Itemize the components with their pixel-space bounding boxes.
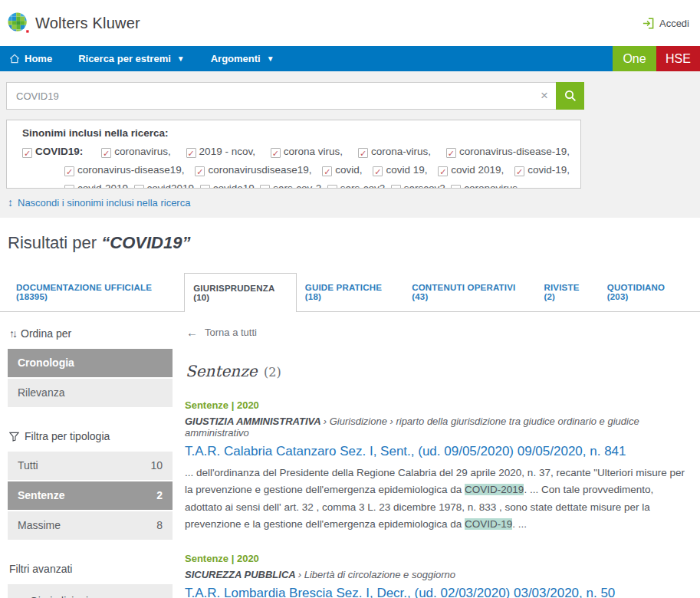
synonym-item[interactable]: ✓sarscov2, — [391, 179, 449, 189]
snippet-text: . ... — [512, 518, 527, 530]
synonym-item[interactable]: ✓coronavirus-disease-19, — [446, 143, 570, 161]
synonym-item[interactable]: ✓sars-cov2, — [327, 179, 388, 189]
back-to-all-link[interactable]: ← Torna a tutti — [186, 326, 692, 339]
sort-option-cronologia[interactable]: Cronologia — [8, 349, 173, 377]
advanced-filter-groups: ∧Giurisdizioni — [8, 584, 173, 598]
checkbox-checked-icon[interactable]: ✓ — [271, 148, 281, 158]
result-title-link[interactable]: T.A.R. Lombardia Brescia Sez. I, Decr., … — [185, 586, 692, 598]
synonym-item[interactable]: ✓covid-19, — [514, 161, 570, 179]
synonym-item[interactable]: ✓corona virus, — [271, 143, 343, 161]
synonym-item[interactable]: ✓covide19, — [200, 179, 258, 189]
synonym-label: sars-cov-2, — [273, 182, 324, 189]
synonym-item[interactable]: ✓covid2019, — [134, 179, 197, 189]
result-topic: SICUREZZA PUBBLICA › Libertà di circolaz… — [185, 569, 692, 580]
checkbox-checked-icon[interactable]: ✓ — [391, 185, 401, 189]
synonyms-panel: Sinonimi inclusi nella ricerca: ✓COVID19… — [6, 120, 581, 189]
synonym-label: coronovirus — [464, 182, 518, 189]
checkbox-checked-icon[interactable]: ✓ — [327, 185, 337, 189]
tab-contenuti-operativi-43[interactable]: CONTENUTI OPERATIVI (43) — [403, 273, 535, 311]
synonym-label: covid-2019, — [77, 182, 131, 189]
sidebar: ↑↓ Ordina per CronologiaRilevanza Filtra… — [8, 323, 173, 598]
checkbox-checked-icon[interactable]: ✓ — [438, 166, 448, 176]
tab-quotidiano-203[interactable]: QUOTIDIANO (203) — [599, 273, 692, 311]
checkbox-checked-icon[interactable]: ✓ — [451, 185, 461, 189]
synonym-item[interactable]: ✓covid 19, — [373, 161, 427, 179]
filter-funnel-icon — [9, 432, 19, 442]
result-snippet: ... dell'ordinanza del Presidente della … — [185, 465, 692, 534]
product-switch: OneHSE — [613, 46, 700, 71]
wolters-kluwer-logo: Wolters Kluwer — [8, 12, 140, 34]
checkbox-checked-icon[interactable]: ✓ — [64, 185, 74, 189]
brand-name: Wolters Kluwer — [35, 15, 140, 32]
side-row-label: Sentenze — [18, 481, 64, 510]
checkbox-checked-icon[interactable]: ✓ — [64, 166, 74, 176]
highlighted-term: COVID-19 — [465, 518, 512, 530]
sort-option-rilevanza[interactable]: Rilevanza — [8, 379, 173, 407]
side-row-count: 8 — [156, 511, 163, 540]
filter-option-sentenze[interactable]: Sentenze2 — [8, 481, 173, 510]
collapse-icon: ↕ — [8, 196, 13, 209]
nav-item-argomenti[interactable]: Argomenti ▼ — [211, 53, 274, 64]
tab-documentazione-ufficiale-18395[interactable]: DOCUMENTAZIONE UFFICIALE (18395) — [8, 273, 184, 311]
checkbox-checked-icon[interactable]: ✓ — [373, 166, 383, 176]
sort-icon: ↑↓ — [9, 327, 15, 340]
nav-label-ricerca: Ricerca per estremi — [78, 53, 171, 64]
side-row-label: Rilevanza — [18, 379, 64, 407]
synonym-item[interactable]: ✓covid, — [322, 161, 362, 179]
synonyms-list: ✓COVID19: ✓coronavirus, ✓2019 - ncov, ✓c… — [22, 143, 570, 189]
checkbox-checked-icon[interactable]: ✓ — [446, 148, 456, 158]
product-button-one[interactable]: One — [613, 46, 656, 71]
checkbox-checked-icon[interactable]: ✓ — [200, 185, 210, 189]
advanced-filters-title: Filtri avanzati — [9, 563, 173, 575]
results-heading-query: “COVID19” — [101, 233, 190, 252]
login-link[interactable]: Accedi — [642, 17, 689, 30]
result-topic: GIUSTIZIA AMMINISTRATIVA › Giurisdizione… — [185, 416, 692, 439]
side-row-label: Massime — [18, 511, 61, 540]
tab-riviste-2[interactable]: RIVISTE (2) — [535, 273, 598, 311]
clear-search-icon[interactable]: × — [541, 88, 548, 104]
nav-item-ricerca-per-estremi[interactable]: Ricerca per estremi ▼ — [78, 53, 185, 64]
checkbox-checked-icon[interactable]: ✓ — [101, 148, 111, 158]
synonym-item[interactable]: ✓corona-virus, — [358, 143, 431, 161]
nav-item-home[interactable]: Home — [9, 53, 52, 64]
checkbox-checked-icon[interactable]: ✓ — [186, 148, 196, 158]
synonyms-title: Sinonimi inclusi nella ricerca: — [22, 127, 570, 140]
tab-guide-pratiche-18[interactable]: GUIDE PRATICHE (18) — [297, 273, 403, 311]
advanced-group-giurisdizioni[interactable]: ∧Giurisdizioni — [8, 584, 173, 598]
checkbox-checked-icon[interactable]: ✓ — [22, 148, 32, 158]
filter-section-header: Filtra per tipologia — [9, 430, 173, 442]
checkbox-checked-icon[interactable]: ✓ — [358, 148, 368, 158]
checkbox-checked-icon[interactable]: ✓ — [134, 185, 144, 189]
advanced-group-label: Giurisdizioni — [30, 595, 88, 598]
checkbox-checked-icon[interactable]: ✓ — [514, 166, 524, 176]
toggle-synonyms-link[interactable]: ↕ Nascondi i sinonimi inclusi nella rice… — [8, 196, 700, 209]
synonym-item[interactable]: ✓coronavirus, — [101, 143, 171, 161]
result-meta: Sentenze | 2020 — [185, 399, 692, 411]
checkbox-checked-icon[interactable]: ✓ — [195, 166, 205, 176]
tab-giurisprudenza-10[interactable]: GIURISPRUDENZA (10) — [184, 273, 297, 312]
synonym-item[interactable]: ✓covid 2019, — [438, 161, 504, 179]
synonym-label: corona-virus, — [371, 146, 431, 157]
filter-option-tutti[interactable]: Tutti10 — [8, 452, 173, 480]
synonym-item[interactable]: ✓coronavirus-disease19, — [64, 161, 185, 179]
search-input[interactable] — [6, 82, 556, 110]
synonym-item[interactable]: ✓coronavirusdisease19, — [195, 161, 311, 179]
synonym-item[interactable]: ✓covid-2019, — [64, 179, 131, 189]
result-item: Sentenze | 2020GIUSTIZIA AMMINISTRATIVA … — [185, 399, 692, 534]
highlighted-term: COVID-2019 — [465, 484, 524, 495]
synonym-item[interactable]: ✓coronovirus — [451, 179, 518, 189]
synonym-label: covid, — [335, 164, 362, 176]
synonym-key-item[interactable]: ✓COVID19: — [22, 143, 83, 161]
checkbox-checked-icon[interactable]: ✓ — [260, 185, 270, 189]
synonym-item[interactable]: ✓sars-cov-2, — [260, 179, 324, 189]
main-nav: Home Ricerca per estremi ▼ Argomenti ▼ O… — [0, 46, 700, 71]
nav-label-home: Home — [25, 53, 52, 64]
side-row-label: Tutti — [18, 452, 38, 480]
filter-option-massime[interactable]: Massime8 — [8, 511, 173, 540]
checkbox-checked-icon[interactable]: ✓ — [322, 166, 332, 176]
search-button[interactable] — [556, 82, 584, 110]
result-title-link[interactable]: T.A.R. Calabria Catanzaro Sez. I, Sent.,… — [185, 444, 692, 459]
login-label: Accedi — [659, 18, 689, 29]
product-button-hse[interactable]: HSE — [656, 46, 700, 71]
synonym-item[interactable]: ✓2019 - ncov, — [186, 143, 255, 161]
